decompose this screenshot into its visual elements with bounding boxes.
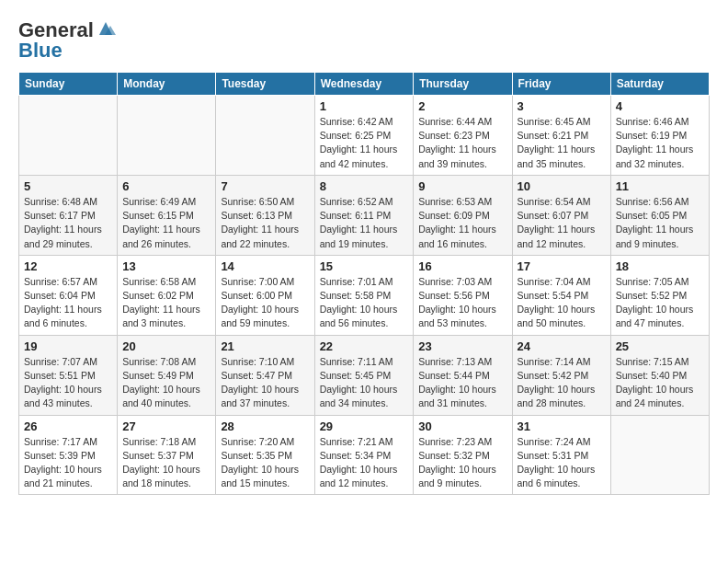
calendar-table: SundayMondayTuesdayWednesdayThursdayFrid… — [18, 72, 710, 495]
day-info: Sunrise: 7:14 AM Sunset: 5:42 PM Dayligh… — [518, 355, 606, 411]
calendar-cell: 5Sunrise: 6:48 AM Sunset: 6:17 PM Daylig… — [19, 175, 118, 255]
day-number: 30 — [418, 419, 506, 433]
calendar-week-1: 1Sunrise: 6:42 AM Sunset: 6:25 PM Daylig… — [19, 96, 710, 176]
calendar-cell: 31Sunrise: 7:24 AM Sunset: 5:31 PM Dayli… — [512, 415, 610, 495]
day-number: 20 — [122, 339, 210, 353]
day-info: Sunrise: 6:45 AM Sunset: 6:21 PM Dayligh… — [518, 115, 606, 171]
calendar-cell — [118, 96, 216, 176]
day-info: Sunrise: 6:49 AM Sunset: 6:15 PM Dayligh… — [122, 195, 210, 251]
day-number: 10 — [518, 179, 606, 193]
day-number: 1 — [320, 99, 409, 113]
day-number: 15 — [320, 259, 409, 273]
day-number: 5 — [24, 179, 112, 193]
calendar-cell: 12Sunrise: 6:57 AM Sunset: 6:04 PM Dayli… — [19, 255, 118, 335]
day-info: Sunrise: 7:08 AM Sunset: 5:49 PM Dayligh… — [122, 355, 210, 411]
day-info: Sunrise: 7:21 AM Sunset: 5:34 PM Dayligh… — [320, 435, 409, 491]
day-info: Sunrise: 6:56 AM Sunset: 6:05 PM Dayligh… — [616, 195, 704, 251]
weekday-header-friday: Friday — [512, 73, 610, 96]
calendar-cell: 28Sunrise: 7:20 AM Sunset: 5:35 PM Dayli… — [216, 415, 314, 495]
day-info: Sunrise: 7:17 AM Sunset: 5:39 PM Dayligh… — [24, 435, 112, 491]
day-number: 6 — [122, 179, 210, 193]
day-info: Sunrise: 6:54 AM Sunset: 6:07 PM Dayligh… — [518, 195, 606, 251]
calendar-cell: 7Sunrise: 6:50 AM Sunset: 6:13 PM Daylig… — [216, 175, 314, 255]
day-number: 7 — [221, 179, 309, 193]
calendar-cell: 16Sunrise: 7:03 AM Sunset: 5:56 PM Dayli… — [414, 255, 512, 335]
day-info: Sunrise: 6:48 AM Sunset: 6:17 PM Dayligh… — [24, 195, 112, 251]
calendar-cell: 20Sunrise: 7:08 AM Sunset: 5:49 PM Dayli… — [118, 335, 216, 415]
calendar-cell: 25Sunrise: 7:15 AM Sunset: 5:40 PM Dayli… — [610, 335, 709, 415]
calendar-cell: 18Sunrise: 7:05 AM Sunset: 5:52 PM Dayli… — [610, 255, 709, 335]
day-info: Sunrise: 6:50 AM Sunset: 6:13 PM Dayligh… — [221, 195, 309, 251]
weekday-header-saturday: Saturday — [610, 73, 709, 96]
day-number: 26 — [24, 419, 112, 433]
weekday-header-monday: Monday — [118, 73, 216, 96]
day-number: 24 — [518, 339, 606, 353]
day-info: Sunrise: 7:10 AM Sunset: 5:47 PM Dayligh… — [221, 355, 309, 411]
day-info: Sunrise: 6:46 AM Sunset: 6:19 PM Dayligh… — [616, 115, 704, 171]
day-info: Sunrise: 7:20 AM Sunset: 5:35 PM Dayligh… — [221, 435, 309, 491]
calendar-cell: 10Sunrise: 6:54 AM Sunset: 6:07 PM Dayli… — [512, 175, 610, 255]
calendar-cell: 11Sunrise: 6:56 AM Sunset: 6:05 PM Dayli… — [610, 175, 709, 255]
day-info: Sunrise: 7:05 AM Sunset: 5:52 PM Dayligh… — [616, 275, 704, 331]
day-number: 21 — [221, 339, 309, 353]
day-number: 27 — [122, 419, 210, 433]
day-number: 17 — [518, 259, 606, 273]
calendar-cell: 17Sunrise: 7:04 AM Sunset: 5:54 PM Dayli… — [512, 255, 610, 335]
day-info: Sunrise: 7:24 AM Sunset: 5:31 PM Dayligh… — [518, 435, 606, 491]
calendar-cell — [19, 96, 118, 176]
weekday-header-row: SundayMondayTuesdayWednesdayThursdayFrid… — [19, 73, 710, 96]
calendar-cell: 3Sunrise: 6:45 AM Sunset: 6:21 PM Daylig… — [512, 96, 610, 176]
calendar-cell: 24Sunrise: 7:14 AM Sunset: 5:42 PM Dayli… — [512, 335, 610, 415]
calendar-cell: 19Sunrise: 7:07 AM Sunset: 5:51 PM Dayli… — [19, 335, 118, 415]
calendar-cell: 6Sunrise: 6:49 AM Sunset: 6:15 PM Daylig… — [118, 175, 216, 255]
day-number: 18 — [616, 259, 704, 273]
weekday-header-tuesday: Tuesday — [216, 73, 314, 96]
day-info: Sunrise: 7:11 AM Sunset: 5:45 PM Dayligh… — [320, 355, 409, 411]
calendar-cell: 15Sunrise: 7:01 AM Sunset: 5:58 PM Dayli… — [314, 255, 414, 335]
calendar-cell — [216, 96, 314, 176]
day-number: 13 — [122, 259, 210, 273]
day-number: 3 — [518, 99, 606, 113]
day-number: 29 — [320, 419, 409, 433]
weekday-header-sunday: Sunday — [19, 73, 118, 96]
weekday-header-wednesday: Wednesday — [314, 73, 414, 96]
calendar-cell — [610, 415, 709, 495]
calendar-week-2: 5Sunrise: 6:48 AM Sunset: 6:17 PM Daylig… — [19, 175, 710, 255]
day-info: Sunrise: 7:07 AM Sunset: 5:51 PM Dayligh… — [24, 355, 112, 411]
day-info: Sunrise: 7:03 AM Sunset: 5:56 PM Dayligh… — [418, 275, 506, 331]
logo-blue: Blue — [18, 39, 63, 63]
calendar-cell: 1Sunrise: 6:42 AM Sunset: 6:25 PM Daylig… — [314, 96, 414, 176]
day-info: Sunrise: 6:44 AM Sunset: 6:23 PM Dayligh… — [418, 115, 506, 171]
weekday-header-thursday: Thursday — [414, 73, 512, 96]
day-info: Sunrise: 7:04 AM Sunset: 5:54 PM Dayligh… — [518, 275, 606, 331]
day-info: Sunrise: 6:52 AM Sunset: 6:11 PM Dayligh… — [320, 195, 409, 251]
calendar-cell: 2Sunrise: 6:44 AM Sunset: 6:23 PM Daylig… — [414, 96, 512, 176]
logo-icon — [96, 18, 116, 39]
day-info: Sunrise: 6:57 AM Sunset: 6:04 PM Dayligh… — [24, 275, 112, 331]
day-number: 23 — [418, 339, 506, 353]
day-number: 28 — [221, 419, 309, 433]
day-info: Sunrise: 7:18 AM Sunset: 5:37 PM Dayligh… — [122, 435, 210, 491]
day-number: 16 — [418, 259, 506, 273]
calendar-cell: 8Sunrise: 6:52 AM Sunset: 6:11 PM Daylig… — [314, 175, 414, 255]
day-number: 8 — [320, 179, 409, 193]
calendar-cell: 23Sunrise: 7:13 AM Sunset: 5:44 PM Dayli… — [414, 335, 512, 415]
calendar-cell: 26Sunrise: 7:17 AM Sunset: 5:39 PM Dayli… — [19, 415, 118, 495]
calendar-cell: 27Sunrise: 7:18 AM Sunset: 5:37 PM Dayli… — [118, 415, 216, 495]
day-info: Sunrise: 7:23 AM Sunset: 5:32 PM Dayligh… — [418, 435, 506, 491]
calendar-cell: 29Sunrise: 7:21 AM Sunset: 5:34 PM Dayli… — [314, 415, 414, 495]
day-info: Sunrise: 7:13 AM Sunset: 5:44 PM Dayligh… — [418, 355, 506, 411]
day-info: Sunrise: 6:53 AM Sunset: 6:09 PM Dayligh… — [418, 195, 506, 251]
day-info: Sunrise: 6:58 AM Sunset: 6:02 PM Dayligh… — [122, 275, 210, 331]
day-number: 22 — [320, 339, 409, 353]
day-number: 9 — [418, 179, 506, 193]
calendar-cell: 4Sunrise: 6:46 AM Sunset: 6:19 PM Daylig… — [610, 96, 709, 176]
day-number: 19 — [24, 339, 112, 353]
day-number: 4 — [616, 99, 704, 113]
page-header: General Blue — [18, 18, 710, 63]
calendar-cell: 9Sunrise: 6:53 AM Sunset: 6:09 PM Daylig… — [414, 175, 512, 255]
day-info: Sunrise: 7:01 AM Sunset: 5:58 PM Dayligh… — [320, 275, 409, 331]
logo: General Blue — [18, 18, 116, 63]
day-info: Sunrise: 7:00 AM Sunset: 6:00 PM Dayligh… — [221, 275, 309, 331]
calendar-week-3: 12Sunrise: 6:57 AM Sunset: 6:04 PM Dayli… — [19, 255, 710, 335]
